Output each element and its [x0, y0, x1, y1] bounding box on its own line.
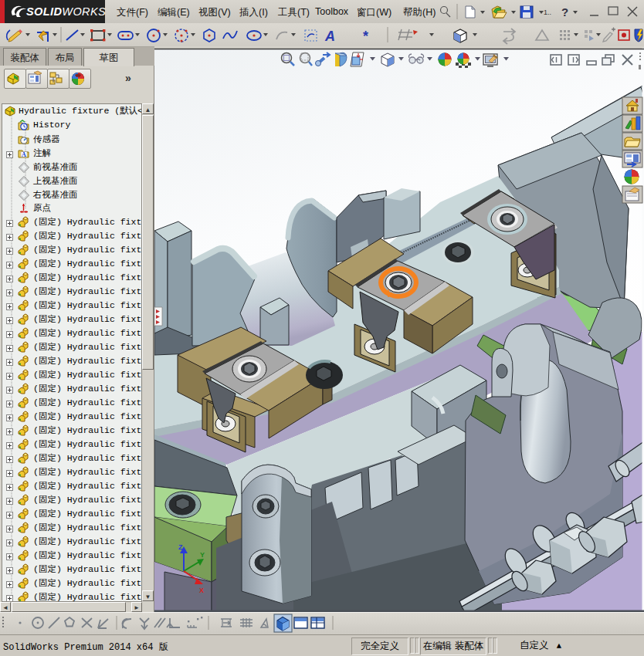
- svg-text:Y: Y: [200, 551, 205, 559]
- svg-text:1..: 1..: [544, 8, 551, 16]
- svg-text:A: A: [324, 29, 335, 44]
- svg-text:?: ?: [561, 5, 568, 19]
- svg-text:Z: Z: [178, 543, 183, 551]
- svg-text:X: X: [199, 587, 204, 594]
- svg-text:*: *: [363, 29, 368, 44]
